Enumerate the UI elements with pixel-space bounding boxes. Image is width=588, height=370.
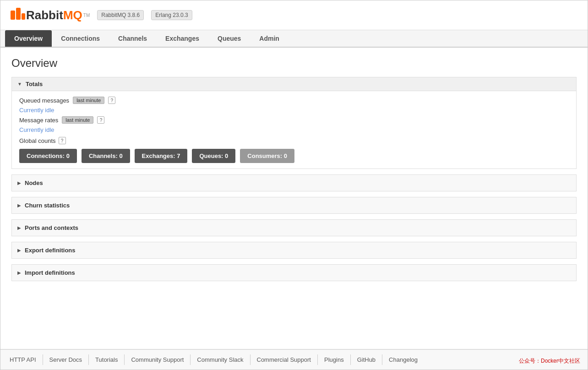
queued-idle-status: Currently idle xyxy=(19,107,569,114)
churn-section-header[interactable]: ▶ Churn statistics xyxy=(11,197,577,214)
export-section-title: Export definitions xyxy=(25,247,76,254)
channels-count-button[interactable]: Channels: 0 xyxy=(82,149,130,163)
footer-link-plugins[interactable]: Plugins xyxy=(318,354,351,365)
queues-count: 0 xyxy=(225,152,228,159)
ports-section-title: Ports and contexts xyxy=(25,224,78,231)
tab-connections[interactable]: Connections xyxy=(52,30,109,47)
tab-admin[interactable]: Admin xyxy=(250,30,289,47)
message-rates-label: Message rates xyxy=(19,117,58,124)
logo-mq-text: MQ xyxy=(63,8,82,22)
global-counts-help-icon[interactable]: ? xyxy=(59,137,66,144)
logo-rabbit-text: Rabbit xyxy=(26,8,63,22)
message-rates-help-icon[interactable]: ? xyxy=(97,116,104,124)
message-rates-badge[interactable]: last minute xyxy=(62,116,93,124)
footer-link-github[interactable]: GitHub xyxy=(351,354,382,365)
header: Rabbit MQ TM RabbitMQ 3.8.6 Erlang 23.0.… xyxy=(0,0,588,30)
queues-label: Queues: xyxy=(199,152,225,159)
exchanges-count-button[interactable]: Exchanges: 7 xyxy=(135,149,188,163)
export-section-header[interactable]: ▶ Export definitions xyxy=(11,242,577,259)
footer-link-commercial-support[interactable]: Commercial Support xyxy=(250,354,318,365)
churn-section: ▶ Churn statistics xyxy=(11,197,577,214)
import-section-header[interactable]: ▶ Import definitions xyxy=(11,264,577,281)
svg-rect-1 xyxy=(16,8,21,20)
ports-section-header[interactable]: ▶ Ports and contexts xyxy=(11,219,577,236)
import-section-title: Import definitions xyxy=(25,269,75,276)
message-rates-idle-status: Currently idle xyxy=(19,126,569,133)
logo: Rabbit MQ TM xyxy=(10,7,90,23)
totals-body: Queued messages last minute ? Currently … xyxy=(11,91,577,169)
svg-rect-2 xyxy=(22,13,25,20)
totals-section-header[interactable]: ▼ Totals xyxy=(11,77,577,91)
main-content: Overview ▼ Totals Queued messages last m… xyxy=(0,48,588,349)
footer-link-tutorials[interactable]: Tutorials xyxy=(89,354,125,365)
connections-count: 0 xyxy=(66,152,70,159)
queues-count-button[interactable]: Queues: 0 xyxy=(192,149,235,163)
nodes-section: ▶ Nodes xyxy=(11,174,577,191)
tab-overview[interactable]: Overview xyxy=(5,30,52,47)
export-arrow-icon: ▶ xyxy=(17,248,21,253)
connections-label: Connections: xyxy=(27,152,66,159)
erlang-version-badge: Erlang 23.0.3 xyxy=(151,10,192,20)
message-rates-row: Message rates last minute ? xyxy=(19,116,569,124)
footer-link-server-docs[interactable]: Server Docs xyxy=(43,354,89,365)
logo-icon xyxy=(10,7,26,23)
consumers-count: 0 xyxy=(284,152,287,159)
queued-messages-badge[interactable]: last minute xyxy=(73,97,104,104)
footer-link-http-api[interactable]: HTTP API xyxy=(10,354,43,365)
footer-wrapper: HTTP API Server Docs Tutorials Community… xyxy=(0,349,588,370)
tab-exchanges[interactable]: Exchanges xyxy=(156,30,208,47)
footer-link-community-support[interactable]: Community Support xyxy=(125,354,191,365)
tab-queues[interactable]: Queues xyxy=(208,30,250,47)
import-section: ▶ Import definitions xyxy=(11,264,577,281)
watermark: 公众号：Docker中文社区 xyxy=(519,357,580,365)
channels-count: 0 xyxy=(119,152,122,159)
churn-section-title: Churn statistics xyxy=(25,202,70,209)
consumers-count-button[interactable]: Consumers: 0 xyxy=(240,149,294,163)
ports-arrow-icon: ▶ xyxy=(17,225,21,230)
global-counts-label: Global counts xyxy=(19,137,56,144)
consumers-label: Consumers: xyxy=(247,152,283,159)
page-title: Overview xyxy=(11,57,577,70)
totals-arrow-icon: ▼ xyxy=(17,82,22,87)
connections-count-button[interactable]: Connections: 0 xyxy=(19,149,77,163)
nodes-section-header[interactable]: ▶ Nodes xyxy=(11,174,577,191)
footer: HTTP API Server Docs Tutorials Community… xyxy=(0,349,588,370)
ports-section: ▶ Ports and contexts xyxy=(11,219,577,236)
queued-messages-label: Queued messages xyxy=(19,97,69,104)
nodes-arrow-icon: ▶ xyxy=(17,180,21,185)
import-arrow-icon: ▶ xyxy=(17,270,21,275)
channels-label: Channels: xyxy=(89,152,119,159)
footer-link-changelog[interactable]: Changelog xyxy=(382,354,424,365)
exchanges-count: 7 xyxy=(177,152,180,159)
queued-messages-row: Queued messages last minute ? xyxy=(19,97,569,104)
nodes-section-title: Nodes xyxy=(25,180,43,186)
export-section: ▶ Export definitions xyxy=(11,242,577,259)
churn-arrow-icon: ▶ xyxy=(17,203,21,208)
exchanges-label: Exchanges: xyxy=(142,152,177,159)
global-counts-row: Global counts ? xyxy=(19,137,569,144)
queued-messages-help-icon[interactable]: ? xyxy=(108,97,115,104)
svg-rect-0 xyxy=(11,11,15,20)
rabbitmq-version-badge: RabbitMQ 3.8.6 xyxy=(97,10,144,20)
footer-link-community-slack[interactable]: Community Slack xyxy=(191,354,250,365)
totals-section-title: Totals xyxy=(26,81,43,87)
count-buttons: Connections: 0 Channels: 0 Exchanges: 7 … xyxy=(19,149,569,163)
tab-channels[interactable]: Channels xyxy=(109,30,156,47)
logo-tm-text: TM xyxy=(83,13,90,18)
nav-tabs: Overview Connections Channels Exchanges … xyxy=(0,30,588,48)
